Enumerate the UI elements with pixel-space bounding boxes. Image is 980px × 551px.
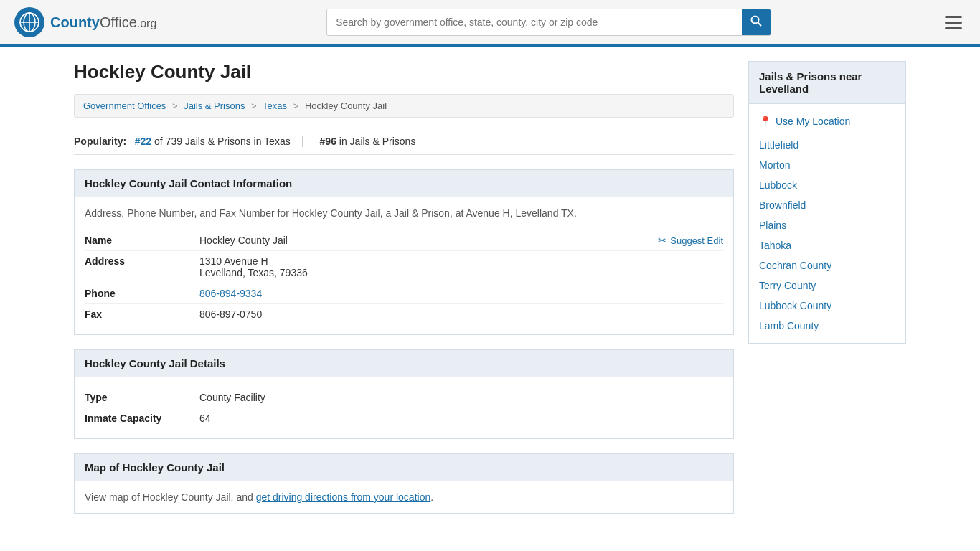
address-value: 1310 Avenue H Levelland, Texas, 79336: [199, 255, 723, 278]
nearby-link-brownfield[interactable]: Brownfield: [759, 199, 806, 211]
details-capacity-row: Inmate Capacity 64: [85, 408, 723, 428]
fax-label: Fax: [85, 309, 199, 320]
breadcrumb-current: Hockley County Jail: [305, 100, 387, 111]
sidebar-item-littlefield[interactable]: Littlefield: [749, 135, 905, 155]
contact-address-row: Address 1310 Avenue H Levelland, Texas, …: [85, 251, 723, 283]
nearby-link-cochran-county[interactable]: Cochran County: [759, 260, 831, 271]
logo-icon: [14, 7, 44, 37]
svg-point-5: [752, 17, 759, 24]
breadcrumb-link-texas[interactable]: Texas: [263, 100, 287, 111]
popularity-text2: in Jails & Prisons: [339, 136, 416, 147]
contact-name-row: Name Hockley County Jail ✂ Suggest Edit: [85, 230, 723, 251]
contact-phone-row: Phone 806-894-9334: [85, 283, 723, 304]
popularity-text1: of 739 Jails & Prisons in Texas: [154, 136, 291, 147]
use-my-location-link[interactable]: Use My Location: [776, 116, 850, 127]
details-info-table: Type County Facility Inmate Capacity 64: [85, 387, 723, 428]
sidebar-item-cochran-county[interactable]: Cochran County: [749, 255, 905, 276]
details-section-body: Type County Facility Inmate Capacity 64: [74, 377, 734, 439]
breadcrumb-link-govt-offices[interactable]: Government Offices: [83, 100, 166, 111]
name-value: Hockley County Jail: [199, 235, 658, 246]
breadcrumb: Government Offices > Jails & Prisons > T…: [74, 94, 734, 118]
contact-fax-row: Fax 806-897-0750: [85, 304, 723, 324]
map-desc-prefix: View map of Hockley County Jail, and: [85, 491, 256, 503]
hamburger-menu-button[interactable]: [941, 12, 966, 33]
address-lines: 1310 Avenue H Levelland, Texas, 79336: [199, 255, 723, 278]
nearby-link-lamb-county[interactable]: Lamb County: [759, 320, 819, 331]
sidebar-item-tahoka[interactable]: Tahoka: [749, 235, 905, 255]
sidebar-item-lamb-county[interactable]: Lamb County: [749, 316, 905, 336]
main-container: Hockley County Jail Government Offices >…: [60, 47, 920, 542]
sidebar-item-brownfield[interactable]: Brownfield: [749, 195, 905, 215]
details-section-header: Hockley County Jail Details: [74, 349, 734, 377]
nearby-link-terry-county[interactable]: Terry County: [759, 280, 816, 291]
contact-description: Address, Phone Number, and Fax Number fo…: [85, 207, 723, 219]
suggest-edit-label: Suggest Edit: [670, 235, 723, 246]
sidebar-header-line1: Jails & Prisons near: [759, 70, 862, 83]
sidebar-item-terry-county[interactable]: Terry County: [749, 276, 905, 296]
search-box: [326, 9, 771, 36]
nearby-link-morton[interactable]: Morton: [759, 159, 791, 171]
hamburger-line: [945, 16, 962, 18]
search-input[interactable]: [327, 9, 742, 35]
map-section-header: Map of Hockley County Jail: [74, 453, 734, 481]
content-area: Hockley County Jail Government Offices >…: [74, 61, 734, 528]
sidebar-divider: [749, 133, 905, 133]
popularity-rank1: #22: [135, 136, 151, 147]
sidebar-item-lubbock-county[interactable]: Lubbock County: [749, 296, 905, 316]
capacity-label: Inmate Capacity: [85, 413, 199, 424]
hamburger-line: [945, 22, 962, 24]
sidebar-item-plains[interactable]: Plains: [749, 215, 905, 235]
contact-info-table: Name Hockley County Jail ✂ Suggest Edit …: [85, 230, 723, 324]
phone-link[interactable]: 806-894-9334: [199, 288, 262, 299]
address-line2: Levelland, Texas, 79336: [199, 267, 723, 278]
breadcrumb-separator: >: [293, 100, 299, 111]
hamburger-line: [945, 27, 962, 29]
breadcrumb-link-jails[interactable]: Jails & Prisons: [184, 100, 245, 111]
location-pin-icon: 📍: [759, 116, 771, 127]
suggest-edit-link[interactable]: ✂ Suggest Edit: [658, 235, 723, 246]
page-title: Hockley County Jail: [74, 61, 734, 83]
breadcrumb-separator: >: [172, 100, 178, 111]
phone-value: 806-894-9334: [199, 288, 723, 299]
sidebar-header-line2: Levelland: [759, 83, 809, 95]
type-label: Type: [85, 392, 199, 403]
sidebar-item-morton[interactable]: Morton: [749, 155, 905, 175]
logo-area: CountyOffice.org: [14, 7, 156, 37]
sidebar-header: Jails & Prisons near Levelland: [748, 61, 906, 104]
popularity-rank2: #96: [320, 136, 336, 147]
sidebar-body: 📍 Use My Location Littlefield Morton Lub…: [748, 104, 906, 344]
edit-icon: ✂: [658, 235, 666, 246]
breadcrumb-separator: >: [251, 100, 257, 111]
address-label: Address: [85, 255, 199, 267]
name-label: Name: [85, 235, 199, 246]
nearby-link-plains[interactable]: Plains: [759, 220, 786, 231]
capacity-value: 64: [199, 413, 723, 424]
contact-section-header: Hockley County Jail Contact Information: [74, 169, 734, 197]
details-type-row: Type County Facility: [85, 387, 723, 408]
contact-section-body: Address, Phone Number, and Fax Number fo…: [74, 197, 734, 335]
popularity-bar: Popularity: #22 of 739 Jails & Prisons i…: [74, 128, 734, 155]
search-area: [326, 9, 771, 36]
phone-label: Phone: [85, 288, 199, 299]
nearby-link-lubbock-county[interactable]: Lubbock County: [759, 300, 831, 311]
sidebar-item-lubbock[interactable]: Lubbock: [749, 175, 905, 195]
map-description: View map of Hockley County Jail, and get…: [85, 491, 723, 503]
fax-value: 806-897-0750: [199, 309, 723, 320]
site-header: CountyOffice.org: [0, 0, 980, 47]
sidebar: Jails & Prisons near Levelland 📍 Use My …: [748, 61, 906, 528]
address-line1: 1310 Avenue H: [199, 255, 723, 267]
nearby-link-littlefield[interactable]: Littlefield: [759, 139, 798, 151]
map-section-body: View map of Hockley County Jail, and get…: [74, 481, 734, 514]
sidebar-use-location[interactable]: 📍 Use My Location: [749, 111, 905, 131]
popularity-label: Popularity:: [74, 136, 126, 147]
nearby-link-tahoka[interactable]: Tahoka: [759, 240, 791, 251]
svg-line-6: [758, 23, 762, 27]
logo-text: CountyOffice.org: [50, 14, 156, 31]
nearby-link-lubbock[interactable]: Lubbock: [759, 179, 797, 191]
map-desc-suffix: .: [430, 491, 433, 503]
type-value: County Facility: [199, 392, 723, 403]
popularity-separator: [302, 136, 311, 147]
search-button[interactable]: [742, 9, 771, 35]
driving-directions-link[interactable]: get driving directions from your locatio…: [256, 491, 431, 503]
